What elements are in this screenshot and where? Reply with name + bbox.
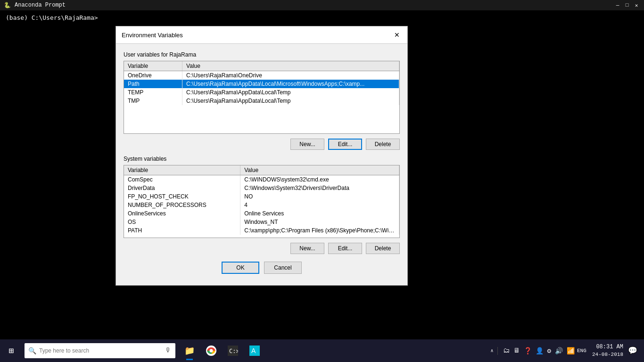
user-var-value: C:\Users\RajaRama\OneDrive [182,71,399,80]
show-hidden-icons[interactable]: ∧ [491,348,494,354]
cancel-button[interactable]: Cancel [264,262,302,274]
language-indicator[interactable]: ENG [577,348,590,354]
system-value-col-header: Value [240,165,399,175]
user-var-tbody: OneDriveC:\Users\RajaRama\OneDrivePathC:… [124,71,399,106]
user-variables-table-container[interactable]: Variable Value OneDriveC:\Users\RajaRama… [124,61,400,134]
wifi-icon[interactable]: 📶 [565,347,576,355]
network-icon[interactable]: 🖥 [512,347,521,354]
user-var-name: Path [124,80,182,88]
search-input[interactable] [39,347,162,354]
notification-button[interactable]: 💬 [625,343,640,358]
system-section-label: System variables [124,156,400,162]
user-delete-button[interactable]: Delete [366,139,400,150]
sys-table-row[interactable]: PATHC:\xampp\php;C:\Program Files (x86)\… [124,226,399,235]
user-table-row[interactable]: TMPC:\Users\RajaRama\AppData\Local\Temp [124,97,399,105]
sys-table-row[interactable]: OSWindows_NT [124,218,399,226]
clock-time: 08:31 AM [592,343,623,351]
user-var-name: OneDrive [124,71,182,80]
system-variable-col-header: Variable [124,165,240,175]
sys-var-value: C:\WINDOWS\system32\cmd.exe [240,175,399,184]
terminal-icon: 🐍 [4,2,11,9]
active-indicator [186,359,193,360]
user-value-col-header: Value [182,61,399,71]
window-controls: — □ ✕ [614,1,640,9]
sys-var-name: FP_NO_HOST_CHECK [124,192,240,201]
user-var-value: C:\Users\RajaRama\AppData\Local\Temp [182,88,399,97]
sys-table-row[interactable]: DriverDataC:\Windows\System32\Drivers\Dr… [124,184,399,192]
help-icon[interactable]: ❓ [522,347,533,355]
user-btn-row: New... Edit... Delete [124,139,400,150]
terminal-prompt: (base) C:\Users\RajaRama> [6,14,98,21]
user-table-header-row: Variable Value [124,61,399,71]
taskbar-right: ∧ 🗂 🖥 ❓ 👤 ⚙ 🔊 📶 ENG 08:31 AM 24-08-2018 … [491,343,644,358]
terminal-content: (base) C:\Users\RajaRama> [0,10,644,25]
env-variables-dialog: Environment Variables ✕ User variables f… [116,26,408,286]
user-edit-button[interactable]: Edit... [328,139,362,150]
user-variables-table: Variable Value OneDriveC:\Users\RajaRama… [124,61,399,105]
start-button[interactable]: ⊞ [0,339,23,362]
user-table-row[interactable]: PathC:\Users\RajaRama\AppData\Local\Micr… [124,80,399,88]
system-edit-button[interactable]: Edit... [328,243,362,254]
taskbar-clock[interactable]: 08:31 AM 24-08-2018 [592,343,623,358]
folder-icon[interactable]: 🗂 [502,347,511,354]
cmd-icon: C:> [227,345,239,356]
search-icon: 🔍 [28,347,36,355]
chrome-icon [206,345,217,356]
user-section-label: User variables for RajaRama [124,51,400,58]
user-table-row[interactable]: OneDriveC:\Users\RajaRama\OneDrive [124,71,399,80]
sys-var-value: Online Services [240,209,399,218]
minimize-button[interactable]: — [614,1,621,9]
dialog-titlebar: Environment Variables ✕ [116,26,407,44]
sys-var-name: ComSpec [124,175,240,184]
other-app-icon: A [249,345,260,356]
dialog-bottom-btn-row: OK Cancel [124,262,400,278]
sys-var-value: Windows_NT [240,218,399,226]
volume-icon[interactable]: 🔊 [553,347,564,355]
svg-point-2 [210,349,213,353]
file-explorer-icon: 📁 [184,345,195,356]
user-variable-col-header: Variable [124,61,182,71]
sys-table-row[interactable]: OnlineServicesOnline Services [124,209,399,218]
mic-icon: 🎙 [165,347,172,354]
settings-icon[interactable]: ⚙ [546,347,553,355]
ok-button[interactable]: OK [222,262,259,274]
system-var-tbody: ComSpecC:\WINDOWS\system32\cmd.exeDriver… [124,175,399,235]
sys-var-value: NO [240,192,399,201]
terminal-titlebar: 🐍 Anaconda Prompt — □ ✕ [0,0,644,10]
user-icon[interactable]: 👤 [534,347,545,355]
dialog-close-button[interactable]: ✕ [392,30,402,40]
system-delete-button[interactable]: Delete [366,243,400,254]
sys-var-name: OnlineServices [124,209,240,218]
sys-table-row[interactable]: ComSpecC:\WINDOWS\system32\cmd.exe [124,175,399,184]
sys-var-value: 4 [240,201,399,209]
system-btn-row: New... Edit... Delete [124,243,400,254]
clock-date: 24-08-2018 [592,351,623,358]
maximize-button[interactable]: □ [623,1,631,9]
sys-table-row[interactable]: NUMBER_OF_PROCESSORS4 [124,201,399,209]
svg-text:A: A [251,347,256,354]
taskbar-app-other[interactable]: A [244,340,265,361]
search-bar[interactable]: 🔍 🎙 [25,343,175,358]
taskbar-app-file-explorer[interactable]: 📁 [179,340,200,361]
user-new-button[interactable]: New... [290,139,324,150]
sys-var-value: C:\xampp\php;C:\Program Files (x86)\Skyp… [240,226,399,235]
taskbar-app-cmd[interactable]: C:> [223,340,243,361]
dialog-body: User variables for RajaRama Variable Val… [116,44,407,285]
system-variables-table: Variable Value ComSpecC:\WINDOWS\system3… [124,165,399,235]
dialog-title: Environment Variables [122,32,183,39]
user-var-value: C:\Users\RajaRama\AppData\Local\Temp [182,97,399,105]
sys-table-row[interactable]: FP_NO_HOST_CHECKNO [124,192,399,201]
user-table-row[interactable]: TEMPC:\Users\RajaRama\AppData\Local\Temp [124,88,399,97]
user-var-name: TEMP [124,88,182,97]
system-new-button[interactable]: New... [290,243,324,254]
system-variables-table-container[interactable]: Variable Value ComSpecC:\WINDOWS\system3… [124,165,400,238]
taskbar-apps: 📁 C:> [179,340,265,361]
sys-var-name: NUMBER_OF_PROCESSORS [124,201,240,209]
sys-tray: 🗂 🖥 ❓ 👤 ⚙ 🔊 📶 ENG [497,347,590,355]
sys-var-name: PATH [124,226,240,235]
close-button[interactable]: ✕ [633,1,640,9]
taskbar-app-chrome[interactable] [201,340,222,361]
terminal-title: Anaconda Prompt [15,2,614,8]
user-var-name: TMP [124,97,182,105]
user-var-value: C:\Users\RajaRama\AppData\Local\Microsof… [182,80,399,88]
